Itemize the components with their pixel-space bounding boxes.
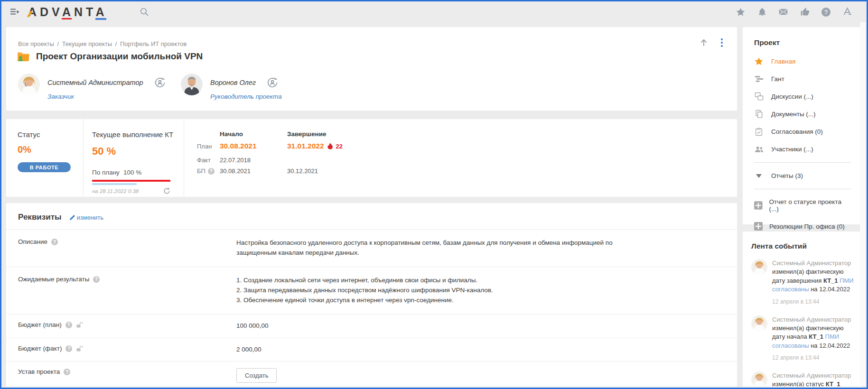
kt-plan-bar — [92, 180, 170, 182]
status-label: Статус — [18, 130, 83, 139]
budget-plan-value: 100 000,00 — [236, 321, 630, 331]
menu-item-main[interactable]: Главная — [743, 53, 862, 70]
arrow-up-icon[interactable] — [699, 38, 709, 47]
kt-plan-row: По плану 100 % — [92, 169, 175, 176]
refresh-icon[interactable] — [163, 187, 170, 194]
page: ADVANTA ? — [0, 0, 868, 389]
triangle-down-icon — [754, 171, 764, 181]
favorites-star-icon[interactable] — [736, 7, 746, 17]
breadcrumb-all-projects[interactable]: Все проекты — [18, 40, 62, 47]
person-customer-role-link[interactable]: Заказчик — [47, 93, 74, 100]
menu-item-label: Документы (...) — [771, 111, 816, 118]
expected-results-help-icon[interactable] — [93, 276, 100, 283]
create-charter-button[interactable]: Создать — [236, 368, 277, 383]
person-manager-info: Воронов Олег Руководитель проекта — [210, 74, 282, 101]
budget-fact-label-cell: Бюджет (факт) — [18, 345, 236, 355]
description-value: Настройка безопасного удаленного доступа… — [236, 238, 630, 258]
project-folder-icon — [17, 51, 30, 62]
breadcrumb-current-projects[interactable]: Текущие проекты — [62, 40, 120, 47]
budget-plan-help-icon[interactable] — [65, 322, 72, 328]
scrollbar-track[interactable] — [860, 22, 866, 386]
budget-fact-label: Бюджет (факт) — [18, 345, 62, 352]
notifications-bell-icon[interactable] — [757, 7, 767, 17]
result-line: 2. Защита передаваемых данных посредство… — [236, 286, 630, 296]
advanta-logo[interactable]: ADVANTA — [28, 5, 108, 19]
feed-item-time: 12 апреля в 13:44 — [772, 354, 856, 361]
feed-object: КТ_1 — [809, 333, 825, 340]
menu-hamburger-icon[interactable] — [9, 6, 20, 18]
title-row: Проект Организации мобильной VPN — [17, 51, 203, 62]
feed-item-author[interactable]: Системный Администратор — [772, 259, 856, 268]
kt-column: Текущее выполнение КТ 50 % По плану 100 … — [84, 119, 184, 197]
feed-object: КТ_1 — [826, 380, 840, 387]
project-menu-title: Проект — [743, 27, 862, 53]
dates-bp-row: БП 30.08.2021 30.12.2021 — [197, 167, 343, 175]
expected-results-row: Ожидаемые результаты 1. Создание локальн… — [6, 267, 737, 314]
kt-fact-bar — [92, 183, 137, 185]
avatar[interactable] — [751, 371, 767, 387]
dates-start-header: Начало — [220, 130, 287, 138]
messages-envelope-icon[interactable] — [778, 7, 788, 17]
menu-item-reports-toggle[interactable]: Отчеты (3) — [743, 167, 862, 185]
avatar-manager[interactable] — [181, 74, 203, 95]
kt-progress-bars — [92, 180, 170, 185]
menu-item-approvals[interactable]: Согласования (0) — [743, 123, 862, 140]
description-label: Описание — [18, 238, 47, 245]
topbar-icons: ? — [736, 7, 852, 17]
status-card: Статус 0% В РАБОТЕ Текущее выполнение КТ… — [6, 119, 737, 197]
person-manager: Воронов Олег Руководитель проекта — [181, 74, 282, 101]
document-icon — [754, 110, 764, 119]
change-person-icon[interactable] — [266, 76, 279, 89]
status-badge[interactable]: В РАБОТЕ — [18, 162, 71, 172]
bp-help-icon[interactable] — [208, 168, 215, 175]
result-line: 1. Создание локальной сети через интерне… — [236, 276, 630, 286]
topbar: ADVANTA ? — [1, 1, 867, 22]
event-feed-title: Лента событий — [743, 232, 862, 254]
bp-start-date: 30.08.2021 — [220, 167, 287, 175]
person-manager-role-link[interactable]: Руководитель проекта — [210, 93, 282, 100]
event-feed-card: Лента событий Системный Администратор из… — [743, 232, 862, 387]
feed-item-text: изменил(а) статус КТ_1 ПМИ согласованы н… — [772, 380, 856, 387]
budget-fact-help-icon[interactable] — [65, 345, 72, 352]
breadcrumb-it-portfolio[interactable]: Портфель ИТ проектов — [120, 40, 187, 47]
feed-object: КТ_1 — [823, 277, 840, 284]
menu-item-gantt[interactable]: Гант — [743, 70, 862, 88]
help-question-icon[interactable]: ? — [821, 7, 831, 17]
dates-plan-label: План — [197, 143, 220, 150]
plan-start-date: 30.08.2021 — [220, 142, 287, 150]
budget-fact-value: 2 000,00 — [236, 345, 630, 355]
menu-item-label: Главная — [771, 58, 795, 65]
menu-item-documents[interactable]: Документы (...) — [743, 105, 862, 123]
budget-fact-row: Бюджет (факт) 2 000,00 — [6, 338, 737, 361]
edit-link[interactable]: изменить — [69, 214, 104, 221]
change-person-icon[interactable] — [154, 76, 166, 89]
person-customer-name-row: Системный Администратор — [47, 76, 166, 89]
gantt-icon — [754, 74, 764, 84]
menu-item-discussions[interactable]: Дискуссии (...) — [743, 88, 862, 105]
feed-item-author[interactable]: Системный Администратор — [772, 315, 856, 324]
person-manager-name-row: Воронов Олег — [210, 76, 282, 89]
likes-thumbs-up-icon[interactable] — [800, 7, 810, 17]
menu-item-status-report[interactable]: Отчет о статусе проекта (...) — [743, 194, 862, 217]
requisites-header: Реквизиты изменить — [6, 203, 737, 229]
search-icon[interactable] — [139, 7, 149, 17]
result-line: 3. Обеспечение единой точки доступа в ин… — [236, 296, 630, 306]
person-customer: Системный Администратор Заказчик — [18, 74, 166, 101]
description-help-icon[interactable] — [51, 239, 58, 245]
status-value: 0% — [18, 144, 83, 155]
advanta-a-icon[interactable] — [842, 7, 852, 17]
pencil-icon — [69, 214, 75, 221]
avatar-customer[interactable] — [18, 74, 40, 95]
kebab-menu-icon[interactable] — [718, 37, 726, 48]
dates-fact-label: Факт — [197, 157, 220, 164]
menu-item-participants[interactable]: Участники (...) — [743, 140, 862, 158]
avatar[interactable] — [751, 315, 767, 332]
people-icon — [754, 145, 764, 154]
report-item-label: Резолюции Пр. офиса (0) — [769, 223, 845, 230]
logo-blue-mark — [95, 18, 106, 20]
menu-item-label: Согласования (0) — [771, 128, 823, 135]
budget-plan-label-cell: Бюджет (план) — [18, 321, 236, 331]
avatar[interactable] — [751, 259, 767, 275]
feed-item-author[interactable]: Системный Администратор — [772, 371, 856, 380]
charter-help-icon[interactable] — [64, 369, 70, 375]
